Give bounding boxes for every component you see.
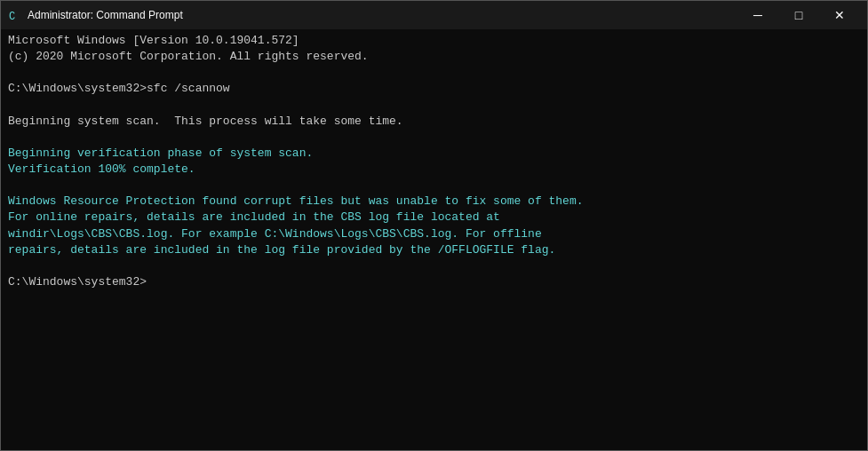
console-line <box>8 130 860 146</box>
title-bar-left: C Administrator: Command Prompt <box>8 8 183 22</box>
console-line: Windows Resource Protection found corrup… <box>8 194 860 210</box>
cmd-icon: C <box>8 8 22 22</box>
title-bar-controls: ─ □ ✕ <box>737 1 860 29</box>
console-line: C:\Windows\system32> <box>8 274 860 290</box>
window: C Administrator: Command Prompt ─ □ ✕ Mi… <box>0 0 868 451</box>
console-body: Microsoft Windows [Version 10.0.19041.57… <box>1 29 867 450</box>
console-line: C:\Windows\system32>sfc /scannow <box>8 81 860 97</box>
console-line <box>8 65 860 81</box>
title-bar: C Administrator: Command Prompt ─ □ ✕ <box>1 1 867 29</box>
console-line: repairs, details are included in the log… <box>8 242 860 258</box>
console-line: Beginning verification phase of system s… <box>8 146 860 162</box>
console-line: windir\Logs\CBS\CBS.log. For example C:\… <box>8 226 860 242</box>
console-line: Microsoft Windows [Version 10.0.19041.57… <box>8 33 860 49</box>
console-line: (c) 2020 Microsoft Corporation. All righ… <box>8 49 860 65</box>
console-line <box>8 258 860 274</box>
console-line <box>8 98 860 114</box>
window-title: Administrator: Command Prompt <box>28 9 183 21</box>
console-line: Verification 100% complete. <box>8 162 860 178</box>
svg-text:C: C <box>9 11 15 22</box>
console-line: For online repairs, details are included… <box>8 210 860 226</box>
console-line <box>8 178 860 194</box>
minimize-button[interactable]: ─ <box>737 1 778 29</box>
close-button[interactable]: ✕ <box>819 1 860 29</box>
console-line: Beginning system scan. This process will… <box>8 114 860 130</box>
maximize-button[interactable]: □ <box>778 1 819 29</box>
